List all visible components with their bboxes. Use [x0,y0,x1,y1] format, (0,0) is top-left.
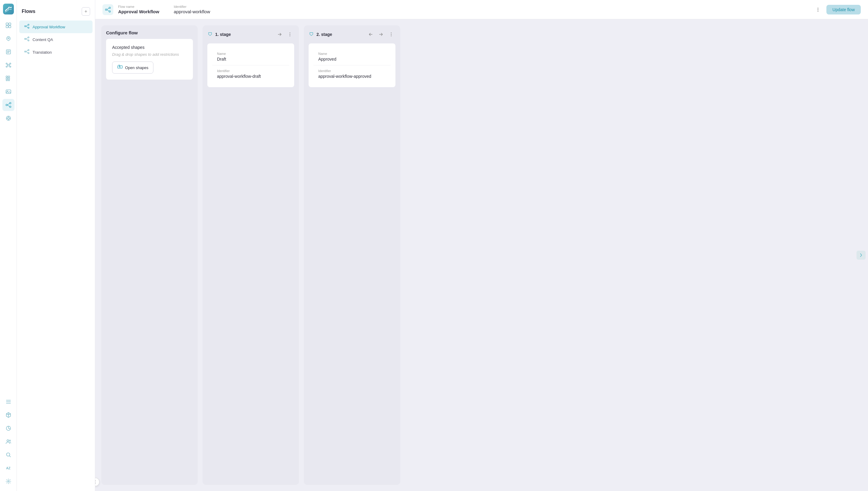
svg-point-42 [818,7,818,8]
sidebar-item-label-2: Content QA [33,37,53,42]
stage2-forward-button[interactable] [377,30,385,38]
stage2-name-label: Name [318,52,386,56]
stage1-header: 1. stage [207,30,294,38]
open-shapes-label: Open shapes [125,65,148,70]
flow-id-label: Identifier [174,5,210,8]
stage1-panel: 1. stage [203,25,299,485]
svg-point-5 [8,38,9,39]
stage1-card: Name Draft Identifier approval-workflow-… [207,44,294,87]
svg-point-24 [7,117,9,119]
stage2-id-label: Identifier [318,69,386,73]
svg-point-52 [391,36,392,36]
stage1-name-section: Name Draft [212,48,289,65]
stage2-more-button[interactable] [387,30,396,38]
stage1-header-right [276,30,294,38]
svg-point-36 [25,51,26,52]
svg-point-27 [9,440,10,441]
edge-icon [857,251,866,260]
flow-icon-2 [24,36,30,43]
svg-point-20 [6,104,7,106]
topbar-left: Flow name Approval Workflow Identifier a… [102,4,210,15]
svg-point-50 [391,33,392,33]
plugin-icon[interactable] [2,112,14,124]
configure-flow-panel: Configure flow Accepted shapes Drag & dr… [101,25,198,485]
svg-rect-46 [120,66,122,68]
sidebar-item-content-qa[interactable]: Content QA [19,33,93,46]
svg-point-26 [7,440,9,441]
svg-point-37 [28,50,29,51]
flow-icon-3 [24,49,30,56]
list2-icon[interactable] [2,396,14,408]
stage2-back-button[interactable] [367,30,375,38]
svg-rect-13 [8,76,10,78]
svg-point-32 [28,27,29,28]
package-icon[interactable] [2,409,14,421]
main-area: Flow name Approval Workflow Identifier a… [95,0,868,491]
add-flow-button[interactable]: + [82,7,90,16]
svg-point-47 [290,33,290,33]
svg-rect-15 [8,78,10,80]
svg-point-29 [7,481,9,482]
svg-point-51 [391,34,392,35]
update-flow-button[interactable]: Update flow [827,5,861,15]
app-logo[interactable] [3,4,14,15]
settings-icon[interactable] [2,475,14,487]
svg-rect-12 [6,76,7,78]
stage2-name-section: Name Approved [313,48,391,65]
stage1-more-button[interactable] [286,30,294,38]
svg-point-31 [28,24,29,25]
content-icon[interactable] [2,46,14,58]
flow-name-label: Flow name [118,5,159,8]
sidebar-item-translation[interactable]: Translation [19,46,93,59]
grid2-icon[interactable] [2,73,14,84]
dashboard-icon[interactable] [2,19,14,31]
svg-point-33 [25,38,26,39]
stage1-name-value: Draft [217,57,284,61]
rocket-icon[interactable] [2,33,14,45]
stage1-title: 1. stage [215,32,231,37]
stage1-forward-button[interactable] [276,30,284,38]
svg-rect-16 [6,80,7,81]
stage1-icon [207,31,213,38]
sidebar-title: Flows [22,9,35,14]
network-icon[interactable] [2,59,14,71]
flow-name-value: Approval Workflow [118,9,159,14]
svg-rect-17 [8,80,10,81]
accepted-shapes-title: Accepted shapes [112,45,187,50]
svg-point-39 [105,9,107,10]
svg-point-40 [109,7,111,8]
stage2-card: Name Approved Identifier approval-workfl… [309,44,396,87]
svg-point-34 [28,37,29,38]
configure-flow-title: Configure flow [106,30,193,35]
content-area: Configure flow Accepted shapes Drag & dr… [95,19,868,491]
svg-point-10 [6,66,7,67]
team-icon[interactable] [2,435,14,447]
sidebar-item-approval-workflow[interactable]: Approval Workflow [19,21,93,33]
svg-rect-3 [6,26,8,28]
svg-point-22 [9,106,11,108]
svg-point-38 [28,53,29,54]
svg-point-11 [10,66,11,67]
svg-point-41 [109,10,111,12]
stage1-id-section: Identifier approval-workflow-draft [212,65,289,82]
flows-nav-icon[interactable] [2,99,14,111]
sidebar-header: Flows + [17,5,95,21]
flow-icon [24,24,30,30]
svg-point-48 [290,34,290,35]
svg-point-30 [25,26,26,27]
stage2-id-section: Identifier approval-workflow-approved [313,65,391,82]
image-icon[interactable] [2,86,14,98]
flow-id-group: Identifier approval-workflow [174,5,210,14]
analytics-icon[interactable] [2,422,14,434]
stage2-header-right [367,30,396,38]
sidebar: Flows + Approval Workflow Content QA [17,0,95,491]
svg-point-35 [28,40,29,41]
svg-rect-18 [6,90,11,93]
az-icon[interactable]: AZ [2,462,14,474]
svg-rect-4 [9,26,11,28]
open-shapes-button[interactable]: Open shapes [112,61,153,74]
svg-point-8 [6,63,7,64]
search-icon[interactable] [2,449,14,461]
collapse-sidebar-button[interactable] [95,478,99,486]
topbar-more-button[interactable] [813,5,823,15]
